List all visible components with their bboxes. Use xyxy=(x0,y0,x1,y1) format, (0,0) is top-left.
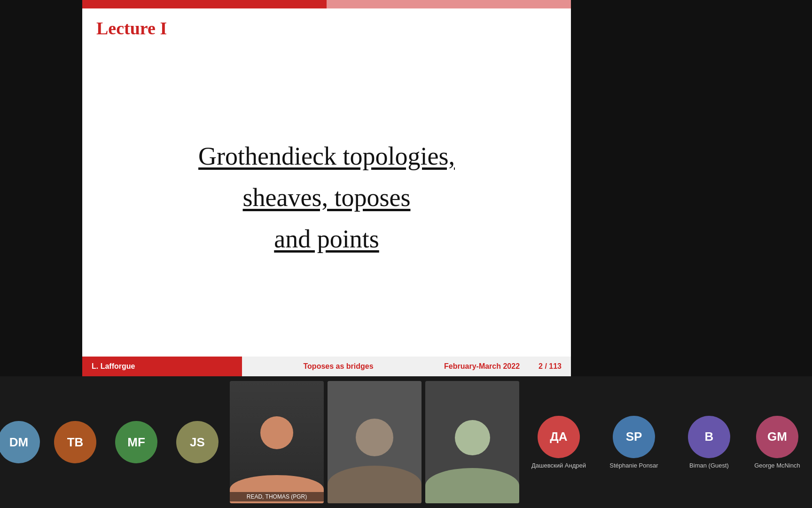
avatar-gm: GM xyxy=(756,416,798,458)
slide-main-content: Grothendieck topologies, sheaves, topose… xyxy=(82,47,571,348)
footer-date: February-March 2022 xyxy=(435,357,529,376)
footer-page: 2 / 113 xyxy=(529,357,571,376)
participant-read-name: READ, THOMAS (PGR) xyxy=(230,492,324,501)
participant-mf: MF xyxy=(106,376,167,508)
video-read-face xyxy=(230,381,324,503)
slide-title: Lecture I xyxy=(96,18,167,39)
participant-read: READ, THOMAS (PGR) xyxy=(230,381,324,503)
avatar-dm: DM xyxy=(0,421,40,463)
participant-video1 xyxy=(328,381,422,503)
slide-line-1: Grothendieck topologies, xyxy=(198,142,455,171)
participant-b: B Biman (Guest) xyxy=(671,376,747,508)
footer-title: Toposes as bridges xyxy=(242,357,435,376)
participant-video2 xyxy=(425,381,519,503)
slide-line-3: and points xyxy=(274,224,379,254)
name-sp: Stéphanie Ponsar xyxy=(609,462,658,469)
top-red-bar xyxy=(82,0,327,8)
participant-bar: DM TB MF JS READ, THOMAS (PGR) ДА xyxy=(0,376,812,508)
left-panel xyxy=(0,0,82,376)
slide-footer: L. Lafforgue Toposes as bridges February… xyxy=(82,357,571,376)
video2-bg xyxy=(425,381,519,503)
top-bar-right xyxy=(327,0,571,8)
name-b: Biman (Guest) xyxy=(689,462,729,469)
name-gm: George McNinch xyxy=(754,462,800,469)
participant-gm: GM George McNinch xyxy=(747,376,808,508)
avatar-b: B xyxy=(688,416,730,458)
name-da: Дашевский Андрей xyxy=(531,462,586,469)
video1-bg xyxy=(328,381,422,503)
avatar-mf: MF xyxy=(115,421,157,463)
participant-sp: SP Stéphanie Ponsar xyxy=(596,376,671,508)
participant-js: JS xyxy=(167,376,228,508)
participant-da: ДА Дашевский Андрей xyxy=(521,376,596,508)
participant-dm: DM xyxy=(0,376,45,508)
footer-presenter: L. Lafforgue xyxy=(82,357,242,376)
slide-line-2: sheaves, toposes xyxy=(243,183,411,212)
right-panel xyxy=(571,0,812,376)
participant-tb: TB xyxy=(45,376,106,508)
avatar-tb: TB xyxy=(54,421,96,463)
avatar-da: ДА xyxy=(538,416,580,458)
avatar-js: JS xyxy=(176,421,219,463)
avatar-sp: SP xyxy=(613,416,655,458)
